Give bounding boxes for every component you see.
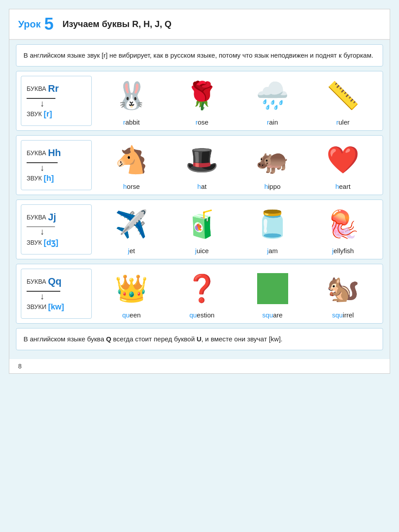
word-rest-2-0: et [129, 247, 135, 254]
word-item-3-3: 🐿️ squirrel [319, 269, 368, 319]
word-item-2-0: ✈️ jet [107, 204, 156, 254]
emoji-0-1: 🌹 [185, 82, 219, 109]
zvuk-row-2: ЗВУК [dʒ] [27, 238, 58, 247]
word-image-1-0: 🐴 [115, 140, 148, 180]
words-grid-1: 🐴 horse 🎩 hat 🦛 hippo ❤️ heart [96, 140, 378, 190]
word-image-0-0: 🐰 [115, 76, 148, 116]
word-rest-3-0: een [129, 311, 141, 319]
word-rest-3-2: are [273, 311, 283, 319]
zvuk-label-1: ЗВУК [27, 175, 42, 182]
emoji-2-2: 🫙 [256, 211, 289, 238]
page: Урок 5 Изучаем буквы R, H, J, Q В англий… [9, 9, 390, 374]
outro-box: В английском языке буква Q всегда стоит … [16, 328, 383, 350]
word-rest-0-1: ose [198, 118, 208, 126]
word-rest-0-2: ain [269, 118, 278, 126]
zvuk-phonetic-0: [r] [43, 110, 52, 119]
bukva-row-3: БУКВА Qq [27, 276, 64, 287]
lesson-title: Изучаем буквы R, H, J, Q [63, 19, 172, 29]
word-item-1-2: 🦛 hippo [248, 140, 297, 190]
emoji-0-2: 🌧️ [256, 82, 289, 109]
zvuk-row-3: ЗВУКИ [kw] [27, 302, 64, 312]
page-number: 8 [9, 359, 390, 373]
emoji-1-1: 🎩 [185, 147, 219, 173]
emoji-0-3: 📏 [326, 82, 360, 109]
word-label-0-2: rain [267, 118, 278, 126]
letter-section-2: БУКВА Jj ↓ ЗВУК [dʒ] ✈️ jet 🧃 juice 🫙 [16, 200, 383, 259]
emoji-1-0: 🐴 [115, 147, 148, 173]
word-image-3-1: ❓ [185, 269, 219, 309]
word-prefix-1-0: h [123, 183, 127, 190]
words-grid-0: 🐰 rabbit 🌹 rose 🌧️ rain 📏 ruler [96, 76, 378, 126]
zvuk-label-3: ЗВУКИ [27, 303, 46, 310]
lesson-label: Урок 5 [18, 15, 54, 34]
header: Урок 5 Изучаем буквы R, H, J, Q [9, 9, 390, 40]
arrow-down-2: ↓ [40, 227, 44, 236]
arrow-line-2: ↓ [27, 225, 58, 236]
zvuk-phonetic-1: [h] [43, 174, 54, 183]
letter-box-3: БУКВА Qq ↓ ЗВУКИ [kw] [21, 269, 92, 319]
intro-text: В английском языке звук [r] не вибрирует… [23, 51, 373, 59]
zvuk-row-0: ЗВУК [r] [27, 110, 59, 119]
word-label-0-3: ruler [336, 118, 349, 126]
square-shape [257, 273, 288, 304]
bukva-label-0: БУКВА [27, 85, 46, 92]
word-image-3-2 [257, 269, 288, 309]
emoji-3-1: ❓ [185, 275, 219, 302]
word-image-1-3: ❤️ [326, 140, 360, 180]
emoji-3-3: 🐿️ [326, 275, 360, 302]
word-item-2-1: 🧃 juice [178, 204, 227, 254]
arrow-line-1: ↓ [27, 160, 61, 172]
words-grid-3: 👑 queen ❓ question square 🐿️ squirrel [96, 269, 378, 319]
arrow-line-3: ↓ [27, 289, 64, 301]
word-label-2-2: jam [267, 247, 278, 254]
word-image-2-3: 🪼 [326, 204, 360, 244]
arrow-down-3: ↓ [40, 292, 44, 301]
word-rest-0-0: abbit [125, 118, 140, 126]
word-item-3-0: 👑 queen [107, 269, 156, 319]
letter-box-inner-2: БУКВА Jj ↓ ЗВУК [dʒ] [27, 211, 58, 248]
word-item-0-1: 🌹 rose [178, 76, 227, 126]
word-image-1-1: 🎩 [185, 140, 219, 180]
zvuk-label-2: ЗВУК [27, 239, 42, 246]
word-image-2-1: 🧃 [185, 204, 219, 244]
word-item-0-2: 🌧️ rain [248, 76, 297, 126]
letter-section-1: БУКВА Hh ↓ ЗВУК [h] 🐴 horse 🎩 hat 🦛 [16, 135, 383, 195]
bukva-label-2: БУКВА [27, 214, 46, 221]
word-label-1-3: heart [335, 183, 350, 190]
word-rest-3-1: estion [197, 311, 215, 319]
letter-box-inner-1: БУКВА Hh ↓ ЗВУК [h] [27, 147, 61, 183]
word-image-3-0: 👑 [115, 269, 148, 309]
word-prefix-1-3: h [335, 183, 339, 190]
letter-section-0: БУКВА Rr ↓ ЗВУК [r] 🐰 rabbit 🌹 rose 🌧️ [16, 71, 383, 131]
zvuk-label-0: ЗВУК [27, 110, 42, 117]
word-rest-2-3: ellyfish [333, 247, 354, 254]
word-label-1-0: horse [123, 183, 140, 190]
lesson-number: 5 [44, 15, 54, 34]
word-label-2-1: juice [195, 247, 209, 254]
word-prefix-3-1: qu [189, 311, 197, 319]
word-label-2-3: jellyfish [332, 247, 354, 254]
word-label-3-0: queen [122, 311, 141, 319]
word-label-0-0: rabbit [123, 118, 140, 126]
word-rest-2-1: uice [196, 247, 209, 254]
emoji-2-1: 🧃 [185, 211, 219, 238]
letter-box-1: БУКВА Hh ↓ ЗВУК [h] [21, 140, 92, 190]
word-image-0-2: 🌧️ [256, 76, 289, 116]
word-item-3-1: ❓ question [178, 269, 227, 319]
bukva-row-0: БУКВА Rr [27, 83, 59, 94]
word-prefix-3-2: squ [262, 311, 273, 319]
zvuk-phonetic-2: [dʒ] [43, 238, 58, 247]
letter-box-inner-0: БУКВА Rr ↓ ЗВУК [r] [27, 83, 59, 119]
bukva-letter-2: Jj [48, 211, 56, 223]
bukva-label-1: БУКВА [27, 149, 46, 156]
word-item-1-3: ❤️ heart [319, 140, 368, 190]
word-label-2-0: jet [128, 247, 135, 254]
word-item-1-1: 🎩 hat [178, 140, 227, 190]
word-label-1-1: hat [197, 183, 207, 190]
letter-box-inner-3: БУКВА Qq ↓ ЗВУКИ [kw] [27, 276, 64, 312]
word-rest-1-3: eart [339, 183, 351, 190]
word-item-0-3: 📏 ruler [319, 76, 368, 126]
word-label-0-1: rose [196, 118, 208, 126]
word-item-2-2: 🫙 jam [248, 204, 297, 254]
word-image-0-1: 🌹 [185, 76, 219, 116]
